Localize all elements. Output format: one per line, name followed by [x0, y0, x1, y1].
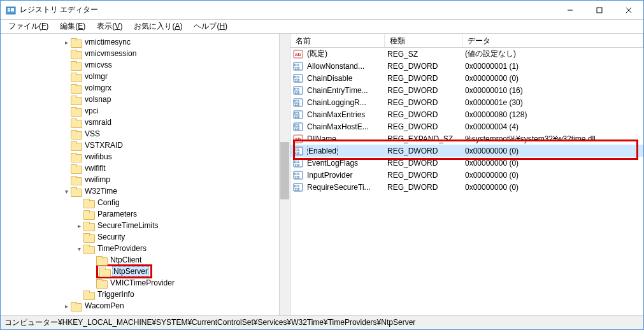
tree-item[interactable]: TriggerInfo: [1, 289, 290, 300]
tree-item-label: VSTXRAID: [83, 141, 124, 150]
menu-edit[interactable]: 編集(E): [55, 20, 90, 33]
list-row[interactable]: 011110EnabledREG_DWORD0x00000000 (0): [290, 145, 643, 157]
menu-favorites[interactable]: お気に入り(A): [129, 20, 187, 33]
close-button[interactable]: [614, 1, 643, 20]
folder-icon: [71, 164, 81, 173]
tree-item-label: WacomPen: [83, 301, 125, 310]
folder-icon: [71, 107, 81, 115]
tree-twisty-icon[interactable]: ▾: [75, 245, 83, 252]
tree-item[interactable]: ▾TimeProviders: [1, 243, 290, 254]
col-type[interactable]: 種類: [385, 34, 462, 47]
menu-file[interactable]: ファイル(F): [3, 20, 54, 33]
folder-icon: [71, 38, 81, 47]
tree-item-label: vpci: [83, 106, 99, 115]
value-name: ChainMaxEntries: [307, 110, 387, 119]
folder-icon: [71, 73, 81, 81]
minimize-button[interactable]: [555, 1, 585, 20]
folder-icon: [83, 199, 94, 207]
tree-item[interactable]: NtpServer: [1, 266, 290, 277]
value-data: %systemroot%¥system32¥w32time.dll: [465, 134, 643, 143]
list-header: 名前 種類 データ: [290, 34, 643, 48]
value-name: AllowNonstand...: [307, 62, 387, 71]
tree-item[interactable]: Config: [1, 197, 290, 208]
tree-item-label: Config: [96, 198, 121, 207]
list-row[interactable]: 011110ChainLoggingR...REG_DWORD0x0000001…: [290, 96, 643, 108]
value-name: ChainLoggingR...: [307, 98, 387, 107]
list-row[interactable]: 011110ChainMaxEntriesREG_DWORD0x00000080…: [290, 108, 643, 120]
tree-item[interactable]: vwifibus: [1, 151, 290, 162]
scrollbar-thumb[interactable]: [280, 142, 289, 199]
tree-item[interactable]: VMICTimeProvider: [1, 277, 290, 289]
menu-view[interactable]: 表示(V): [92, 20, 127, 33]
tree-pane[interactable]: ▸vmictimesyncvmicvmsessionvmicvssvolmgrv…: [1, 34, 290, 315]
value-type: REG_SZ: [387, 50, 465, 59]
value-type: REG_DWORD: [387, 62, 465, 71]
folder-icon: [83, 291, 94, 299]
folder-icon: [71, 141, 81, 150]
list-row[interactable]: 011110ChainDisableREG_DWORD0x00000000 (0…: [290, 72, 643, 84]
value-type: REG_DWORD: [387, 159, 465, 168]
tree-item[interactable]: vpci: [1, 105, 290, 117]
folder-icon: [71, 84, 81, 92]
value-type: REG_DWORD: [387, 171, 465, 180]
tree-item-label: vmictimesync: [83, 38, 132, 47]
svg-rect-5: [597, 8, 602, 13]
menu-help[interactable]: ヘルプ(H): [189, 20, 233, 33]
reg-dword-icon: 011110: [293, 146, 303, 156]
value-type: REG_DWORD: [387, 122, 465, 131]
value-data: 0x00000080 (128): [465, 110, 643, 119]
tree-item[interactable]: volsnap: [1, 94, 290, 105]
status-path: コンピューター¥HKEY_LOCAL_MACHINE¥SYSTEM¥Curren…: [4, 317, 415, 328]
col-data[interactable]: データ: [462, 34, 643, 47]
list-row[interactable]: 011110ChainMaxHostE...REG_DWORD0x0000000…: [290, 120, 643, 133]
tree-item[interactable]: vmicvmsession: [1, 48, 290, 59]
svg-text:110: 110: [294, 115, 300, 118]
value-data: 0x00000000 (0): [465, 159, 643, 168]
value-name: DllName: [307, 134, 387, 143]
tree-item-label: TimeProviders: [96, 244, 148, 253]
tree-item[interactable]: volmgr: [1, 71, 290, 82]
folder-icon: [71, 176, 81, 184]
tree-twisty-icon[interactable]: ▸: [62, 39, 71, 46]
svg-text:110: 110: [294, 78, 300, 82]
tree-item[interactable]: ▸SecureTimeLimits: [1, 220, 290, 231]
list-row[interactable]: 011110RequireSecureTi...REG_DWORD0x00000…: [290, 181, 643, 193]
tree-scrollbar[interactable]: [279, 34, 290, 315]
value-type: REG_DWORD: [387, 183, 465, 192]
tree-item[interactable]: Security: [1, 231, 290, 243]
folder-icon: [71, 96, 81, 104]
list-row[interactable]: 011110AllowNonstand...REG_DWORD0x0000000…: [290, 60, 643, 72]
tree-item[interactable]: vmicvss: [1, 59, 290, 71]
folder-icon: [96, 279, 106, 287]
value-type: REG_DWORD: [387, 98, 465, 107]
tree-item-label: vmicvmsession: [83, 49, 138, 58]
svg-text:110: 110: [294, 127, 300, 131]
tree-twisty-icon[interactable]: ▸: [75, 222, 83, 229]
list-row[interactable]: 011110ChainEntryTime...REG_DWORD0x000000…: [290, 84, 643, 96]
list-row[interactable]: 011110InputProviderREG_DWORD0x00000000 (…: [290, 169, 643, 181]
tree-item[interactable]: VSTXRAID: [1, 140, 290, 151]
tree-twisty-icon[interactable]: ▸: [62, 303, 71, 310]
tree-item-label: W32Time: [83, 187, 118, 196]
list-row[interactable]: ab(既定)REG_SZ(値の設定なし): [290, 48, 643, 60]
tree-item[interactable]: vwififlt: [1, 162, 290, 174]
tree-item[interactable]: ▸vmictimesync: [1, 36, 290, 48]
tree-item-label: volsnap: [83, 95, 112, 104]
tree-item[interactable]: ▸WacomPen: [1, 300, 290, 312]
col-name[interactable]: 名前: [290, 34, 385, 47]
tree-item-label: vmicvss: [83, 61, 113, 69]
maximize-button[interactable]: [585, 1, 614, 20]
tree-twisty-icon[interactable]: ▾: [62, 188, 71, 195]
list-row[interactable]: abDllNameREG_EXPAND_SZ%systemroot%¥syste…: [290, 133, 643, 145]
value-type: REG_DWORD: [387, 147, 465, 155]
tree-item[interactable]: ▾W32Time: [1, 185, 290, 197]
tree-item[interactable]: vsmraid: [1, 117, 290, 128]
list-pane[interactable]: 名前 種類 データ ab(既定)REG_SZ(値の設定なし)011110Allo…: [290, 34, 643, 315]
tree-item[interactable]: vwifimp: [1, 174, 290, 185]
list-row[interactable]: 011110EventLogFlagsREG_DWORD0x00000000 (…: [290, 157, 643, 169]
tree-item[interactable]: VSS: [1, 128, 290, 140]
tree-item[interactable]: volmgrx: [1, 82, 290, 94]
tree-item-label: Security: [96, 233, 126, 241]
folder-icon: [83, 210, 94, 219]
tree-item[interactable]: Parameters: [1, 208, 290, 220]
